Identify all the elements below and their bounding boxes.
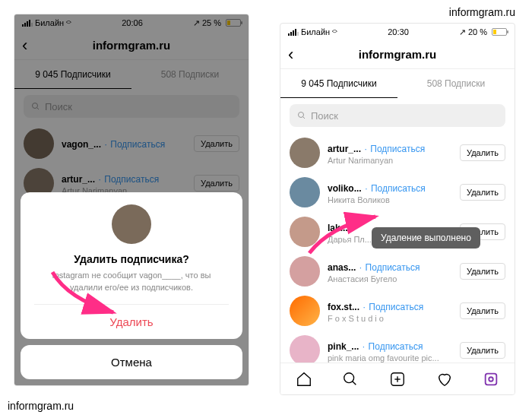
follow-link[interactable]: Подписаться bbox=[371, 183, 426, 194]
follow-link[interactable]: Подписаться bbox=[366, 262, 420, 273]
watermark-bottom: informgram.ru bbox=[8, 400, 74, 412]
svg-point-2 bbox=[299, 112, 304, 118]
fullname: Анастасия Бугело bbox=[328, 274, 452, 283]
phone-right: Билайн ⌔ 20:30 ↗20 % ‹ informgram.ru 9 0… bbox=[280, 23, 515, 395]
tabs: 9 045 Подписчики 508 Подписки bbox=[280, 69, 515, 98]
sheet-message: Instagram не сообщит vagon____, что вы у… bbox=[34, 270, 229, 304]
remove-button[interactable]: Удалить bbox=[460, 342, 505, 359]
follow-link[interactable]: Подписаться bbox=[370, 144, 425, 154]
share-icon: ↗ bbox=[459, 27, 466, 37]
nav-add[interactable] bbox=[374, 363, 421, 394]
avatar[interactable] bbox=[290, 217, 320, 247]
avatar[interactable] bbox=[290, 177, 320, 207]
avatar[interactable] bbox=[290, 256, 320, 287]
avatar[interactable] bbox=[290, 335, 320, 366]
bottom-nav bbox=[280, 363, 515, 394]
username[interactable]: pink_... bbox=[328, 341, 359, 352]
remove-button[interactable]: Удалить bbox=[460, 302, 505, 319]
signal-icon bbox=[288, 29, 299, 36]
battery-icon bbox=[492, 28, 507, 36]
status-time: 20:30 bbox=[388, 27, 409, 36]
cancel-button[interactable]: Отмена bbox=[21, 345, 242, 379]
svg-rect-9 bbox=[486, 373, 497, 385]
action-sheet: Удалить подписчика? Instagram не сообщит… bbox=[21, 192, 242, 379]
tab-following[interactable]: 508 Подписки bbox=[397, 69, 515, 98]
list-item: voliko... · ПодписатьсяНикита ВоликовУда… bbox=[290, 173, 505, 212]
list-item: anas... · ПодписатьсяАнастасия БугелоУда… bbox=[290, 252, 505, 291]
follower-list: artur_... · ПодписатьсяArtur NarimanyanУ… bbox=[280, 133, 515, 395]
fullname: pink maria omg favourite pic... bbox=[328, 353, 452, 363]
svg-line-3 bbox=[303, 117, 306, 119]
username[interactable]: lak... bbox=[328, 223, 348, 233]
nav-activity[interactable] bbox=[421, 363, 468, 394]
nav-home[interactable] bbox=[280, 363, 328, 394]
header: ‹ informgram.ru bbox=[280, 40, 515, 69]
nav-profile[interactable] bbox=[467, 363, 515, 394]
search-input[interactable]: Поиск bbox=[290, 104, 505, 127]
search-icon bbox=[297, 111, 306, 120]
fullname: Artur Narimanyan bbox=[328, 156, 452, 165]
follow-link[interactable]: Подписаться bbox=[369, 302, 423, 312]
watermark-top: informgram.ru bbox=[449, 6, 515, 18]
svg-point-10 bbox=[489, 377, 493, 382]
follow-link[interactable]: Подписаться bbox=[369, 341, 423, 352]
page-title: informgram.ru bbox=[359, 48, 437, 61]
remove-button[interactable]: Удалить bbox=[460, 144, 505, 161]
fullname: F o x S t u d i o bbox=[328, 314, 452, 323]
list-item: fox.st... · ПодписатьсяF o x S t u d i o… bbox=[290, 291, 505, 331]
back-icon[interactable]: ‹ bbox=[288, 45, 293, 65]
tab-followers[interactable]: 9 045 Подписчики bbox=[280, 69, 397, 98]
nav-search[interactable] bbox=[328, 363, 375, 394]
svg-line-5 bbox=[353, 381, 356, 385]
avatar[interactable] bbox=[290, 138, 320, 168]
sheet-title: Удалить подписчика? bbox=[34, 253, 229, 265]
wifi-icon: ⌔ bbox=[332, 27, 337, 36]
status-bar: Билайн ⌔ 20:30 ↗20 % bbox=[280, 24, 515, 40]
phone-left: Билайн ⌔ 20:06 ↗25 % ‹ informgram.ru 9 0… bbox=[14, 14, 249, 386]
confirm-delete-button[interactable]: Удалить bbox=[34, 304, 229, 339]
remove-button[interactable]: Удалить bbox=[460, 184, 505, 201]
username[interactable]: artur_... bbox=[328, 144, 361, 154]
username[interactable]: fox.st... bbox=[328, 302, 359, 312]
username[interactable]: voliko... bbox=[328, 183, 362, 194]
list-item: artur_... · ПодписатьсяArtur NarimanyanУ… bbox=[290, 133, 505, 173]
svg-point-4 bbox=[344, 372, 354, 382]
fullname: Никита Воликов bbox=[328, 195, 452, 204]
remove-button[interactable]: Удалить bbox=[460, 263, 505, 280]
toast: Удаление выполнено bbox=[372, 227, 480, 249]
username[interactable]: anas... bbox=[328, 262, 356, 273]
sheet-avatar bbox=[112, 204, 151, 244]
avatar[interactable] bbox=[290, 296, 320, 326]
